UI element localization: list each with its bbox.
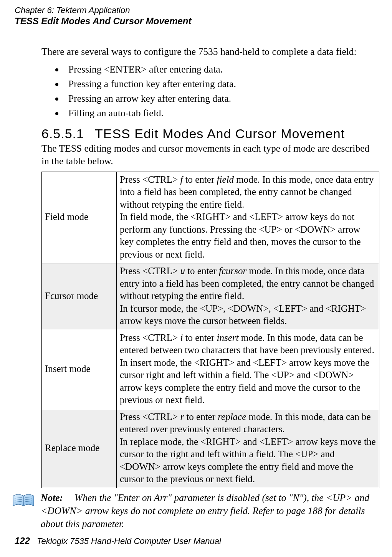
mode-label: Replace mode (42, 409, 117, 488)
modes-table: Field mode Press <CTRL> f to enter field… (41, 172, 379, 488)
page-number: 122 (15, 536, 30, 546)
mode-italic: insert (217, 332, 239, 343)
mode-italic: fcursor (219, 266, 246, 276)
page: Chapter 6: Tekterm Application TESS Edit… (0, 0, 392, 557)
mode-description: Press <CTRL> r to enter replace mode. In… (117, 409, 379, 488)
footer: 122Teklogix 7535 Hand-Held Computer User… (15, 536, 221, 546)
text: Press <CTRL> (120, 266, 180, 276)
key-italic: r (180, 412, 184, 422)
bullet-list: Pressing <ENTER> after entering data. Pr… (41, 62, 379, 121)
mode-italic: replace (218, 412, 246, 422)
table-row: Fcursor mode Press <CTRL> u to enter fcu… (42, 263, 379, 330)
heading-title: TESS Edit Modes And Cursor Movement (95, 126, 345, 141)
note-body: When the "Enter on Arr" parameter is dis… (41, 492, 369, 529)
text: to enter (185, 266, 219, 276)
heading-number: 6.5.5.1 (41, 126, 84, 141)
note-label: Note: (41, 491, 74, 504)
footer-title: Teklogix 7535 Hand-Held Computer User Ma… (37, 536, 221, 546)
mode-description: Press <CTRL> i to enter insert mode. In … (117, 330, 379, 409)
text: Press <CTRL> (120, 412, 180, 422)
text: In field mode, the <RIGHT> and <LEFT> ar… (120, 212, 361, 259)
mode-description: Press <CTRL> u to enter fcursor mode. In… (117, 263, 379, 330)
text: Press <CTRL> (120, 174, 180, 185)
mode-italic: field (217, 174, 234, 185)
list-item: Pressing an arrow key after entering dat… (64, 91, 379, 106)
table-row: Insert mode Press <CTRL> i to enter inse… (42, 330, 379, 409)
content: There are several ways to configure the … (41, 45, 379, 531)
key-italic: u (180, 266, 185, 276)
text: to enter (184, 412, 218, 422)
note-block: Note:When the "Enter on Arr" parameter i… (41, 491, 379, 531)
running-head: Chapter 6: Tekterm Application TESS Edit… (15, 5, 377, 26)
text: to enter (183, 174, 217, 185)
text: In replace mode, the <RIGHT> and <LEFT> … (120, 436, 376, 484)
intro-paragraph: There are several ways to configure the … (41, 45, 379, 58)
list-item: Pressing <ENTER> after entering data. (64, 62, 379, 77)
text: to enter (183, 332, 217, 343)
text: In insert mode, the <RIGHT> and <LEFT> a… (120, 357, 369, 405)
running-head-chapter: Chapter 6: Tekterm Application (15, 5, 377, 15)
mode-label: Fcursor mode (42, 263, 117, 330)
mode-label: Insert mode (42, 330, 117, 409)
note-text: Note:When the "Enter on Arr" parameter i… (41, 491, 379, 531)
mode-description: Press <CTRL> f to enter field mode. In t… (117, 172, 379, 263)
table-row: Replace mode Press <CTRL> r to enter rep… (42, 409, 379, 488)
list-item: Filling an auto-tab field. (64, 106, 379, 121)
table-row: Field mode Press <CTRL> f to enter field… (42, 172, 379, 263)
running-head-section: TESS Edit Modes And Cursor Movement (15, 16, 377, 26)
list-item: Pressing a function key after entering d… (64, 77, 379, 91)
heading-followup: The TESS editing modes and cursor moveme… (41, 142, 379, 168)
text: In fcursor mode, the <UP>, <DOWN>, <LEFT… (120, 303, 366, 326)
text: Press <CTRL> (120, 332, 180, 343)
book-icon (12, 492, 35, 510)
mode-label: Field mode (42, 172, 117, 263)
section-heading: 6.5.5.1TESS Edit Modes And Cursor Moveme… (41, 126, 379, 141)
